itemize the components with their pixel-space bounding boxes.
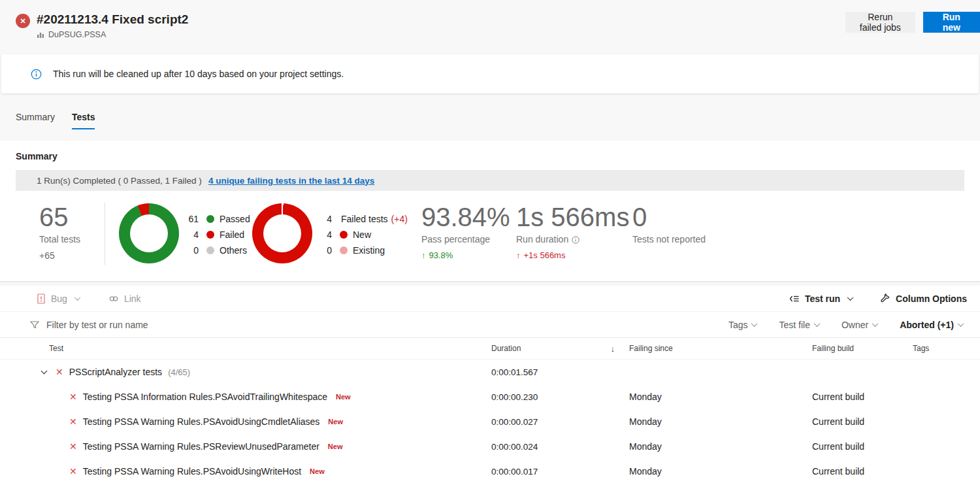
failing-build: Current build [812, 466, 913, 477]
passed-label: Passed [220, 214, 250, 224]
page-title: #20211213.4 Fixed script2 [37, 12, 188, 27]
chevron-down-icon [958, 320, 964, 327]
group-by-test-run-button[interactable]: Test run [789, 294, 853, 304]
total-tests-delta: +65 [39, 250, 80, 261]
tags-filter-label: Tags [728, 320, 748, 330]
test-results-card: Bug Link Test run [0, 286, 980, 487]
results-toolbar: Bug Link Test run [0, 286, 980, 312]
not-reported-stat: 0 Tests not reported [632, 203, 706, 244]
new-label: New [353, 229, 371, 240]
link-button[interactable]: Link [108, 294, 141, 304]
owner-filter-dropdown[interactable]: Owner [841, 320, 877, 330]
group-row-name: PSScriptAnalyzer tests [69, 367, 162, 377]
failed-tests-legend: 4 Failed tests (+4) 4 New 0 Existing [320, 211, 408, 258]
total-tests-stat: 65 Total tests +65 [39, 203, 80, 261]
run-duration-value: 1s 566ms [516, 203, 629, 231]
passed-dot-icon [206, 215, 214, 223]
column-options-icon [880, 294, 890, 304]
test-duration: 0:00:00.027 [491, 417, 629, 427]
pass-percentage-value: 93.84% [421, 203, 510, 231]
column-header-tags[interactable]: Tags [913, 344, 980, 353]
link-icon [108, 294, 119, 304]
table-row[interactable]: ✕ Testing PSSA Warning Rules.PSAvoidUsin… [0, 459, 980, 484]
bug-button[interactable]: Bug [37, 294, 80, 304]
banner-message: This run will be cleaned up after 10 day… [53, 69, 344, 79]
failed-tests-label: Failed tests [341, 214, 388, 224]
summary-card: Summary 1 Run(s) Completed ( 0 Passed, 1… [0, 141, 980, 281]
failing-since: Monday [629, 466, 812, 477]
table-row[interactable]: ✕ Testing PSSA Warning Rules.PSAvoidUsin… [0, 409, 980, 434]
owner-filter-label: Owner [841, 320, 868, 330]
run-duration-label: Run duration [516, 234, 568, 244]
pipeline-icon [37, 31, 44, 39]
not-reported-value: 0 [632, 203, 706, 231]
failed-tests-donut-chart [252, 203, 312, 263]
rerun-failed-jobs-button[interactable]: Rerun failed jobs [845, 12, 915, 33]
outcome-donut-chart [119, 203, 179, 263]
info-icon [31, 69, 42, 80]
legend-row-new: 4 New [320, 227, 408, 243]
existing-count: 0 [320, 245, 332, 256]
legend-row-others: 0 Others [187, 243, 250, 258]
link-button-label: Link [124, 294, 141, 304]
column-header-failing-build[interactable]: Failing build [812, 344, 913, 353]
filter-bar: Tags Test file Owner Aborted (+1) [0, 312, 980, 338]
column-header-duration[interactable]: Duration ↓ [491, 344, 629, 354]
failed-test-icon: ✕ [56, 367, 63, 377]
cleanup-info-banner: This run will be cleaned up after 10 day… [1, 54, 979, 93]
pipeline-name[interactable]: DuPSUG.PSSA [48, 30, 106, 39]
new-count: 4 [320, 229, 332, 240]
unique-failing-tests-link[interactable]: 4 unique failing tests in the last 14 da… [208, 176, 374, 186]
sort-descending-icon[interactable]: ↓ [611, 344, 615, 354]
duration-info-icon[interactable] [572, 236, 580, 244]
outcome-legend: 61 Passed 4 Failed 0 Others [187, 211, 250, 258]
column-header-test[interactable]: Test [0, 344, 491, 353]
legend-row-passed: 61 Passed [187, 211, 250, 227]
run-duration-trend: ↑ +1s 566ms [516, 250, 629, 260]
bug-button-label: Bug [51, 294, 67, 304]
tab-summary[interactable]: Summary [16, 112, 55, 129]
column-header-failing-since[interactable]: Failing since [629, 344, 812, 353]
test-duration: 0:00:00.017 [491, 467, 629, 477]
column-options-label: Column Options [896, 294, 967, 304]
runs-completed-strip: 1 Run(s) Completed ( 0 Passed, 1 Failed … [16, 170, 964, 191]
passed-count: 61 [187, 214, 199, 224]
others-dot-icon [206, 246, 214, 254]
outcome-filter-dropdown[interactable]: Aborted (+1) [900, 320, 963, 330]
table-group-row[interactable]: ✕ PSScriptAnalyzer tests (4/65) 0:00:01.… [0, 360, 980, 384]
tab-tests[interactable]: Tests [72, 112, 95, 129]
collapse-chevron-icon[interactable] [41, 368, 48, 375]
table-row[interactable]: ✕ Testing PSSA Information Rules.PSAvoid… [0, 384, 980, 409]
test-name: Testing PSSA Warning Rules.PSAvoidUsingW… [83, 466, 301, 477]
summary-heading: Summary [0, 141, 980, 161]
legend-row-existing: 0 Existing [320, 243, 408, 258]
new-dot-icon [340, 231, 348, 239]
filter-input[interactable] [46, 320, 728, 330]
runs-completed-text: 1 Run(s) Completed ( 0 Passed, 1 Failed … [37, 176, 202, 186]
new-badge: New [310, 467, 325, 475]
failed-count: 4 [187, 229, 199, 240]
not-reported-label: Tests not reported [632, 234, 706, 244]
test-file-filter-dropdown[interactable]: Test file [779, 320, 819, 330]
run-failed-status-icon: ✕ [16, 14, 30, 28]
failing-build: Current build [812, 416, 913, 427]
table-header: Test Duration ↓ Failing since Failing bu… [0, 338, 980, 360]
group-by-icon [789, 294, 800, 304]
existing-dot-icon [340, 246, 348, 254]
existing-label: Existing [353, 245, 385, 256]
run-new-button[interactable]: Run new [923, 12, 980, 33]
failed-test-icon: ✕ [69, 442, 77, 451]
run-tabs: Summary Tests [16, 112, 95, 129]
failed-label: Failed [220, 229, 244, 240]
outcome-filter-label: Aborted (+1) [900, 320, 954, 330]
failed-tests-count: 4 [320, 214, 332, 224]
chevron-down-icon [751, 320, 758, 327]
filter-icon [29, 320, 40, 330]
tags-filter-dropdown[interactable]: Tags [728, 320, 757, 330]
others-count: 0 [187, 245, 199, 256]
table-row[interactable]: ✕ Testing PSSA Warning Rules.PSReviewUnu… [0, 434, 980, 459]
chevron-down-icon [813, 320, 820, 327]
stats-divider [105, 203, 105, 265]
test-file-filter-label: Test file [779, 320, 809, 330]
column-options-button[interactable]: Column Options [880, 294, 967, 304]
